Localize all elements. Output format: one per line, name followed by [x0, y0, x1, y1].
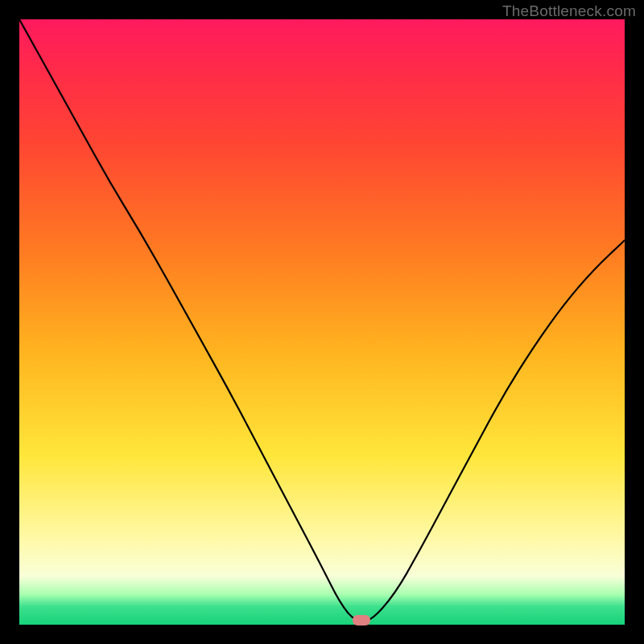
chart-frame: TheBottleneck.com: [0, 0, 644, 644]
plot-area: [19, 19, 625, 625]
watermark-text: TheBottleneck.com: [502, 2, 636, 20]
bottleneck-curve: [19, 19, 625, 625]
optimum-marker: [353, 615, 370, 625]
